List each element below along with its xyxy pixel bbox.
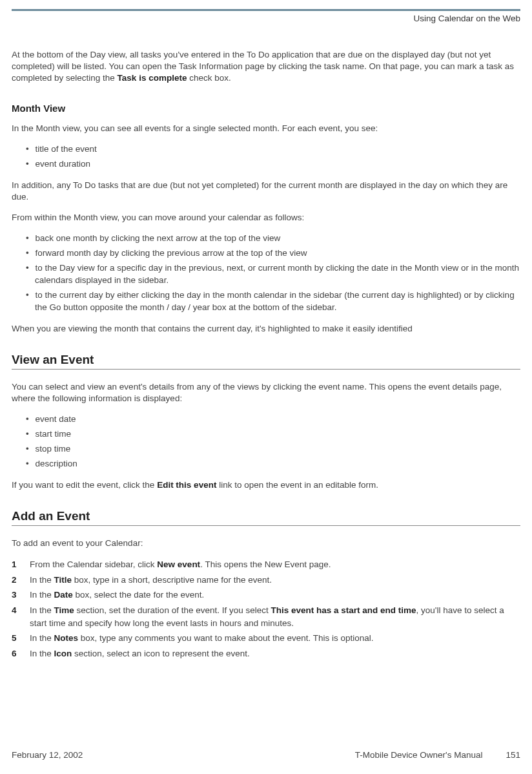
bold-text: Edit this event [157,480,216,490]
text: box, type in a short, descriptive name f… [72,575,272,585]
add-event-steps: From the Calendar sidebar, click New eve… [12,558,520,660]
text: In the [30,605,54,615]
page-footer: February 12, 2002 T-Mobile Device Owner'… [12,750,520,760]
text: In the [30,575,54,585]
text: . This opens the New Event page. [200,560,331,569]
month-view-list2: back one month by clicking the next arro… [12,233,520,313]
month-view-p1: In the Month view, you can see all event… [12,123,520,134]
step-item: In the Title box, type in a short, descr… [12,574,520,587]
footer-page-number: 151 [506,750,520,760]
text: In the [30,649,54,658]
bold-text: Time [54,605,74,615]
list-item: event duration [12,158,520,171]
text: At the bottom of the Day view, all tasks… [12,50,514,83]
intro-paragraph: At the bottom of the Day view, all tasks… [12,49,520,85]
text: link to open the event in an editable fo… [216,480,378,490]
bold-text: Task is complete [118,73,187,83]
month-view-p3: From within the Month view, you can move… [12,212,520,224]
list-item: back one month by clicking the next arro… [12,233,520,245]
text: section, set the duration of the event. … [74,605,271,615]
text: In the [30,590,54,600]
header-rule [12,9,520,11]
section-rule [12,369,520,370]
text: check box. [187,73,230,83]
view-event-p1: You can select and view an event's detai… [12,381,520,404]
text: box, type any comments you want to make … [78,633,374,643]
month-view-list1: title of the event event duration [12,143,520,171]
bold-text: This event has a start and end time [271,605,416,615]
bold-text: Icon [54,649,72,658]
month-view-p4: When you are viewing the month that cont… [12,323,520,335]
step-item: In the Time section, set the duration of… [12,604,520,629]
text: box, select the date for the event. [73,590,204,600]
heading-view-event: View an Event [12,353,520,367]
view-event-p2: If you want to edit the event, click the… [12,479,520,491]
add-event-p1: To add an event to your Calendar: [12,538,520,549]
step-item: From the Calendar sidebar, click New eve… [12,558,520,571]
bold-text: New event [157,560,200,569]
bold-text: Notes [54,633,79,643]
heading-add-event: Add an Event [12,509,520,523]
list-item: to the Day view for a specific day in th… [12,262,520,287]
list-item: stop time [12,443,520,455]
running-header: Using Calendar on the Web [12,14,520,23]
step-item: In the Notes box, type any comments you … [12,632,520,645]
section-rule [12,525,520,526]
text: In the [30,633,54,643]
list-item: start time [12,428,520,441]
text: section, select an icon to represent the… [72,649,249,658]
list-item: title of the event [12,143,520,156]
bold-text: Title [54,575,72,585]
list-item: to the current day by either clicking th… [12,289,520,314]
footer-manual-title: T-Mobile Device Owner's Manual [355,750,483,760]
month-view-p2: In addition, any To Do tasks that are du… [12,180,520,203]
step-item: In the Date box, select the date for the… [12,589,520,601]
list-item: event date [12,413,520,426]
bold-text: Date [54,590,73,600]
text: From the Calendar sidebar, click [30,560,157,569]
view-event-list: event date start time stop time descript… [12,413,520,470]
list-item: description [12,458,520,470]
footer-date: February 12, 2002 [12,750,83,760]
step-item: In the Icon section, select an icon to r… [12,647,520,660]
list-item: forward month day by clicking the previo… [12,247,520,260]
heading-month-view: Month View [12,103,520,114]
text: If you want to edit the event, click the [12,480,157,490]
